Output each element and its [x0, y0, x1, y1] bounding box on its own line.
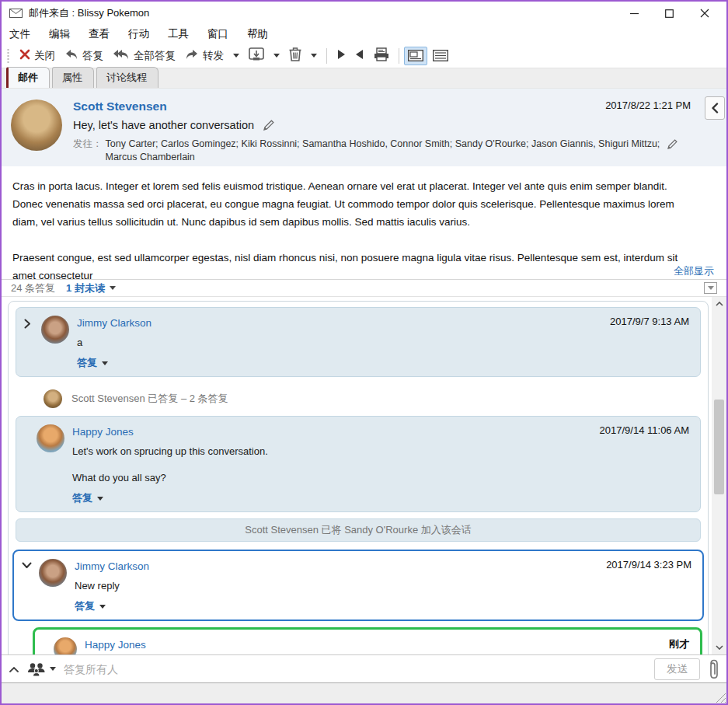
menu-view[interactable]: 查看: [89, 27, 110, 41]
collapse-composer-chevron-icon[interactable]: [9, 663, 19, 675]
tab-discussion-thread[interactable]: 讨论线程: [96, 67, 158, 88]
collapse-header-button[interactable]: [705, 96, 725, 120]
scrollbar-thumb[interactable]: [714, 400, 724, 494]
body-paragraph: Cras in porta lacus. Integer et lorem se…: [12, 177, 686, 231]
message-body: Cras in porta lacus. Integer et lorem se…: [2, 166, 726, 263]
show-all-row: 全部显示: [2, 263, 726, 279]
forward-button[interactable]: 转发: [180, 46, 228, 66]
collapse-chevron-down-icon[interactable]: [22, 562, 34, 569]
folder-dropdown[interactable]: [269, 51, 284, 61]
reply-action-link[interactable]: 答复: [72, 491, 691, 505]
menu-file[interactable]: 文件: [9, 27, 30, 41]
minimize-button[interactable]: [617, 2, 652, 24]
subject-text: Hey, let's have another conversation: [73, 119, 254, 131]
close-x-icon: [19, 49, 30, 62]
chevron-down-icon: [50, 667, 56, 671]
envelope-icon: [9, 9, 23, 18]
previous-message-button[interactable]: [350, 46, 369, 65]
reply-date: 2017/9/14 3:23 PM: [606, 559, 691, 571]
vertical-scrollbar[interactable]: [712, 297, 726, 654]
folder-down-icon: [249, 47, 264, 64]
resize-grip[interactable]: [715, 692, 726, 703]
delete-dropdown[interactable]: [306, 51, 322, 61]
close-window-button[interactable]: [687, 2, 722, 24]
full-width-view-button[interactable]: [429, 47, 452, 65]
recipients-group-icon[interactable]: [26, 662, 56, 676]
reply-count-label: 24 条答复: [11, 281, 55, 295]
maximize-button[interactable]: [652, 2, 687, 24]
attachment-paperclip-icon[interactable]: [708, 659, 720, 679]
toolbar-grip[interactable]: [6, 47, 10, 65]
system-message-text: Scott Stevensen 已将 Sandy O'Rourke 加入该会话: [245, 523, 471, 537]
system-message-card: Scott Stevensen 已将 Sandy O'Rourke 加入该会话: [16, 518, 701, 542]
tab-mail[interactable]: 邮件: [6, 67, 50, 88]
reply-author-name[interactable]: Happy Jones: [72, 426, 691, 438]
reply-author-avatar: [54, 637, 77, 654]
toolbar: 关闭 答复 全部答复 转发: [2, 44, 726, 68]
reply-card[interactable]: 2017/9/14 11:06 AM Happy Jones Let's wor…: [16, 416, 701, 512]
tab-properties[interactable]: 属性: [52, 67, 94, 88]
scroll-up-arrow[interactable]: [712, 297, 726, 311]
reply-all-arrow-icon: [113, 49, 130, 62]
edit-recipients-pencil-icon[interactable]: [667, 139, 677, 149]
chevron-down-icon: [97, 497, 103, 501]
delete-button[interactable]: [284, 44, 306, 67]
replies-area: 2017/9/7 9:13 AM Jimmy Clarkson a 答复: [2, 297, 726, 654]
reply-all-button[interactable]: 全部答复: [108, 46, 180, 66]
previous-triangle-icon: [355, 49, 364, 62]
menu-help[interactable]: 帮助: [247, 27, 268, 41]
answered-summary-row[interactable]: Scott Stevensen 已答复 – 2 条答复: [16, 383, 701, 416]
reply-composer: 发送: [2, 654, 726, 682]
reply-card-newest[interactable]: 刚才 Happy Jones This is great. I love it!…: [33, 627, 702, 654]
recipient-list: Tony Carter; Carlos Gomingez; Kiki Rossi…: [106, 138, 677, 164]
summary-avatar: [44, 389, 62, 408]
next-message-button[interactable]: [332, 46, 350, 65]
reply-date: 2017/9/14 11:06 AM: [600, 424, 689, 436]
reply-card-selected[interactable]: 2017/9/14 3:23 PM Jimmy Clarkson New rep…: [12, 550, 704, 621]
expand-chevron-right-icon[interactable]: [24, 319, 37, 329]
reply-action-link[interactable]: 答复: [75, 599, 693, 613]
close-mail-button[interactable]: 关闭: [15, 46, 60, 66]
reply-date: 刚才: [669, 637, 689, 651]
reply-author-name[interactable]: Jimmy Clarkson: [75, 560, 693, 572]
reply-body: What do you all say?: [72, 472, 691, 483]
status-bar: [2, 682, 726, 703]
reply-button[interactable]: 答复: [60, 46, 108, 66]
replies-header: 24 条答复 1 封未读: [2, 279, 726, 297]
reply-action-link[interactable]: 答复: [77, 356, 691, 370]
to-label: 发往：: [73, 138, 103, 164]
trash-icon: [289, 47, 301, 64]
reply-input[interactable]: [64, 663, 646, 675]
reply-author-name[interactable]: Jimmy Clarkson: [77, 317, 691, 329]
print-button[interactable]: [369, 44, 394, 67]
reply-arrow-icon: [64, 49, 78, 62]
menu-edit[interactable]: 编辑: [49, 27, 70, 41]
reply-author-name[interactable]: Happy Jones: [85, 639, 691, 651]
reply-body: a: [77, 337, 691, 348]
menu-actions[interactable]: 行动: [128, 27, 149, 41]
unread-filter[interactable]: 1 封未读: [66, 281, 116, 295]
forward-dropdown[interactable]: [228, 51, 244, 61]
next-triangle-icon: [336, 49, 346, 62]
replies-list: 2017/9/7 9:13 AM Jimmy Clarkson a 答复: [2, 297, 712, 654]
forward-arrow-icon: [185, 49, 199, 62]
toolbar-separator: [326, 48, 327, 64]
reply-card[interactable]: 2017/9/7 9:13 AM Jimmy Clarkson a 答复: [16, 307, 701, 377]
menu-tools[interactable]: 工具: [168, 27, 189, 41]
menu-window[interactable]: 窗口: [207, 27, 228, 41]
reply-author-avatar: [41, 316, 69, 344]
toolbar-separator: [399, 48, 399, 64]
scrollbar-track[interactable]: [712, 311, 726, 640]
printer-icon: [374, 47, 389, 64]
reply-author-avatar: [37, 424, 64, 452]
preview-pane-view-button[interactable]: [404, 47, 427, 65]
chevron-down-icon: [273, 54, 280, 58]
edit-subject-pencil-icon[interactable]: [263, 120, 274, 131]
send-button[interactable]: 发送: [654, 658, 700, 680]
title-bar: 邮件来自 : Blissy Pokemon: [2, 2, 726, 25]
scroll-down-arrow[interactable]: [712, 640, 726, 654]
collapse-all-replies-button[interactable]: [704, 282, 717, 294]
show-all-link[interactable]: 全部显示: [674, 264, 714, 278]
reply-body: Let's work on sprucing up this conversat…: [72, 445, 691, 457]
move-to-folder-button[interactable]: [244, 44, 269, 67]
